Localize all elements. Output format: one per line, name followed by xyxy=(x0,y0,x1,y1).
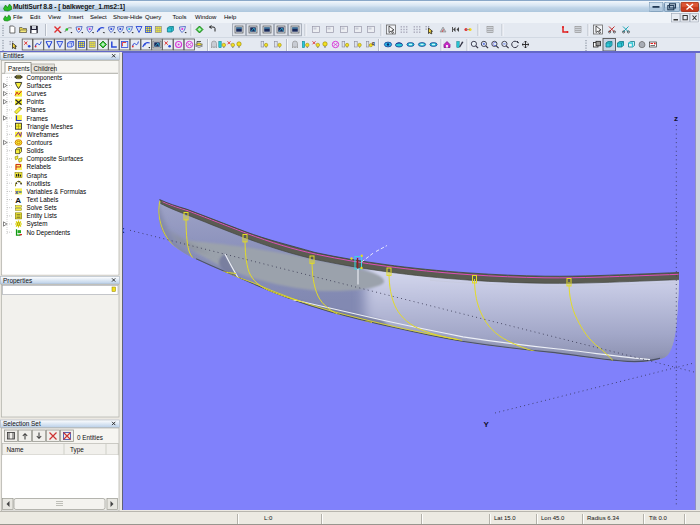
svg-text:Type: Type xyxy=(70,446,84,454)
svg-text:Solids: Solids xyxy=(27,147,44,154)
svg-text:Entity Lists: Entity Lists xyxy=(27,212,57,220)
svg-text:Children: Children xyxy=(34,65,58,72)
svg-text:Wireframes: Wireframes xyxy=(27,131,59,138)
svg-text:Components: Components xyxy=(27,74,63,82)
svg-text:Contours: Contours xyxy=(27,139,53,146)
svg-text:Text Labels: Text Labels xyxy=(27,196,59,203)
svg-text:Name: Name xyxy=(7,446,24,453)
svg-text:Graphs: Graphs xyxy=(27,172,48,180)
svg-text:A: A xyxy=(15,196,21,205)
svg-text:Frames: Frames xyxy=(27,115,48,122)
svg-text:Planes: Planes xyxy=(27,106,46,113)
svg-text:Solve Sets: Solve Sets xyxy=(27,204,57,211)
svg-text:x=: x= xyxy=(15,189,22,195)
svg-text:Relabels: Relabels xyxy=(27,163,52,170)
svg-text:q: q xyxy=(372,40,375,46)
svg-text:Surfaces: Surfaces xyxy=(27,82,52,89)
svg-text:Curves: Curves xyxy=(27,90,47,97)
svg-text:Variables & Formulas: Variables & Formulas xyxy=(27,188,87,195)
svg-text:Parents: Parents xyxy=(8,65,30,72)
svg-text:Selection Set: Selection Set xyxy=(3,420,41,427)
svg-text:Y: Y xyxy=(484,420,490,429)
svg-text:0 Entities: 0 Entities xyxy=(77,434,103,441)
svg-text:Triangle Meshes: Triangle Meshes xyxy=(27,123,73,131)
svg-text:System: System xyxy=(27,220,48,228)
svg-text:Properties: Properties xyxy=(3,277,32,285)
svg-text:Entities: Entities xyxy=(3,52,24,59)
svg-text:Composite Surfaces: Composite Surfaces xyxy=(27,155,84,163)
svg-text:Knotlists: Knotlists xyxy=(27,180,51,187)
svg-text:Points: Points xyxy=(27,98,45,105)
svg-text:No Dependents: No Dependents xyxy=(27,229,71,237)
svg-text:z: z xyxy=(674,114,678,123)
